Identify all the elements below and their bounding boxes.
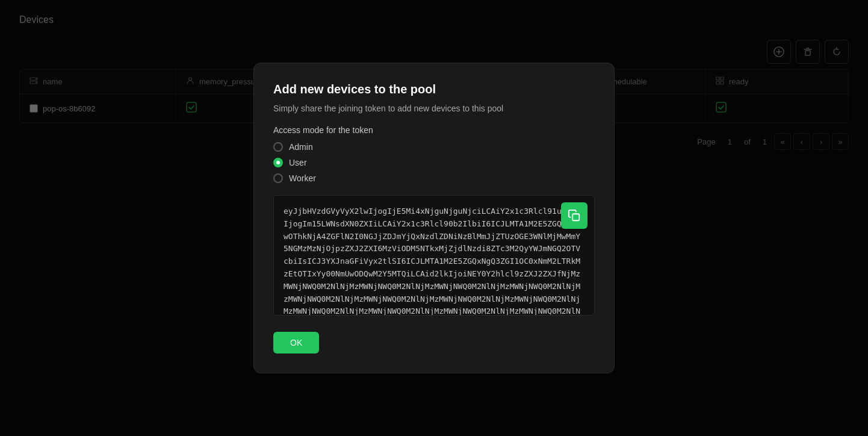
radio-admin-label: Admin — [289, 142, 313, 152]
token-textarea[interactable]: eyJjbHVzdGVyVyX2lwIjogIjE5Mi4xNjguNjguNj… — [273, 195, 595, 316]
radio-worker-label: Worker — [289, 173, 316, 183]
access-mode-radio-group: Admin User Worker — [273, 142, 595, 183]
radio-user-label: User — [289, 158, 307, 167]
dialog-subtitle: Simply share the joining token to add ne… — [273, 104, 595, 113]
svg-rect-22 — [572, 214, 579, 220]
token-container: eyJjbHVzdGVyVyX2lwIjogIjE5Mi4xNjguNjguNj… — [273, 195, 595, 317]
dialog-overlay: Add new devices to the pool Simply share… — [0, 0, 868, 436]
copy-icon — [568, 209, 581, 222]
radio-user-input[interactable] — [273, 158, 283, 167]
radio-user[interactable]: User — [273, 158, 595, 167]
access-mode-label: Access mode for the token — [273, 125, 595, 135]
radio-worker-input[interactable] — [273, 173, 283, 183]
dialog-footer: OK — [273, 332, 595, 353]
ok-button[interactable]: OK — [273, 332, 319, 353]
radio-admin-input[interactable] — [273, 142, 283, 152]
add-devices-dialog: Add new devices to the pool Simply share… — [253, 63, 615, 373]
radio-worker[interactable]: Worker — [273, 173, 595, 183]
copy-token-button[interactable] — [561, 202, 587, 229]
dialog-title: Add new devices to the pool — [273, 83, 595, 96]
radio-admin[interactable]: Admin — [273, 142, 595, 152]
